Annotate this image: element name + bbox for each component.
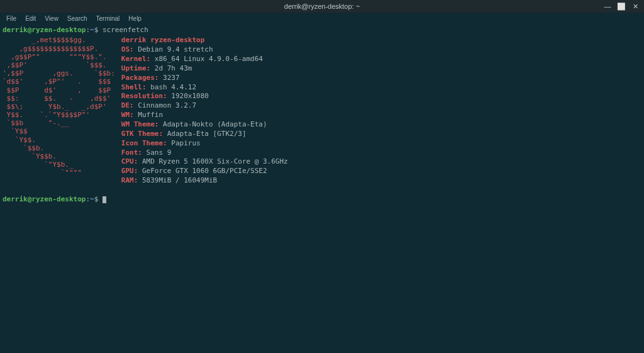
wmtheme-val: Adapta-Nokto (Adapta-Eta) [163, 120, 267, 128]
system-info: derrik ryzen-desktop OS: Debian 9.4 stre… [121, 36, 288, 186]
gpu-key: GPU: [121, 167, 138, 175]
gpu-val: GeForce GTX 1060 6GB/PCIe/SSE2 [142, 167, 267, 175]
de-key: DE: [121, 101, 134, 109]
prompt-line-2: derrik@ryzen-desktop:~$ [3, 194, 641, 204]
prompt-user-2: derrik@ryzen-desktop [3, 195, 86, 203]
prompt-path: ~ [90, 26, 94, 34]
de-val: Cinnamon 3.2.7 [138, 101, 196, 109]
packages-key: Packages: [121, 74, 159, 82]
maximize-icon[interactable]: ⬜ [618, 3, 625, 10]
uptime-val: 2d 7h 43m [155, 64, 192, 72]
packages-val: 3237 [163, 74, 180, 82]
kernel-val: x86_64 Linux 4.9.0-6-amd64 [155, 55, 263, 63]
os-key: OS: [121, 45, 134, 53]
menu-edit[interactable]: Edit [21, 14, 40, 23]
shell-val: bash 4.4.12 [150, 83, 196, 91]
kernel-key: Kernel: [121, 55, 150, 63]
resolution-val: 1920x1080 [171, 92, 209, 100]
cursor-icon [103, 196, 106, 203]
icontheme-val: Papirus [171, 139, 200, 147]
prompt-dollar: $ [94, 26, 99, 34]
prompt-user: derrik@ryzen-desktop [3, 26, 86, 34]
font-val: Sans 9 [147, 148, 172, 157]
debian-ascii-art: _,met$$$$$gg. ,g$$$$$$$$$$$$$$$P. ,g$$P"… [3, 36, 115, 186]
gtktheme-key: GTK Theme: [121, 130, 163, 138]
info-header: derrik ryzen-desktop [121, 36, 204, 44]
command-text: screenfetch [103, 26, 148, 34]
cpu-val: AMD Ryzen 5 1600X Six-Core @ 3.6GHz [142, 157, 288, 165]
close-icon[interactable]: ✕ [631, 3, 639, 10]
wm-val: Muffin [138, 111, 163, 119]
window-title: derrik@ryzen-desktop: ~ [284, 3, 360, 10]
window-titlebar: derrik@ryzen-desktop: ~ — ⬜ ✕ [0, 0, 644, 13]
os-val: Debian 9.4 stretch [138, 45, 213, 53]
font-key: Font: [121, 148, 142, 157]
shell-key: Shell: [121, 83, 147, 91]
prompt-path-2: ~ [90, 195, 94, 203]
terminal-body[interactable]: derrik@ryzen-desktop:~$ screenfetch _,me… [0, 24, 644, 205]
prompt-line-1: derrik@ryzen-desktop:~$ screenfetch [3, 25, 641, 35]
minimize-icon[interactable]: — [604, 3, 611, 10]
menu-view[interactable]: View [41, 14, 62, 23]
menu-search[interactable]: Search [64, 14, 91, 23]
wmtheme-key: WM Theme: [121, 120, 159, 128]
uptime-key: Uptime: [121, 64, 150, 72]
menu-help[interactable]: Help [125, 14, 145, 23]
cpu-key: CPU: [121, 157, 138, 165]
resolution-key: Resolution: [121, 92, 167, 100]
menu-file[interactable]: File [3, 14, 20, 23]
ram-val: 5839MiB / 16049MiB [142, 176, 217, 184]
menu-bar: File Edit View Search Terminal Help [0, 13, 644, 24]
gtktheme-val: Adapta-Eta [GTK2/3] [167, 130, 247, 138]
ram-key: RAM: [121, 176, 138, 184]
wm-key: WM: [121, 111, 134, 119]
menu-terminal[interactable]: Terminal [92, 14, 124, 23]
prompt-dollar-2: $ [94, 195, 99, 203]
window-controls: — ⬜ ✕ [604, 3, 639, 10]
screenfetch-output: _,met$$$$$gg. ,g$$$$$$$$$$$$$$$P. ,g$$P"… [3, 36, 641, 186]
icontheme-key: Icon Theme: [121, 139, 167, 147]
